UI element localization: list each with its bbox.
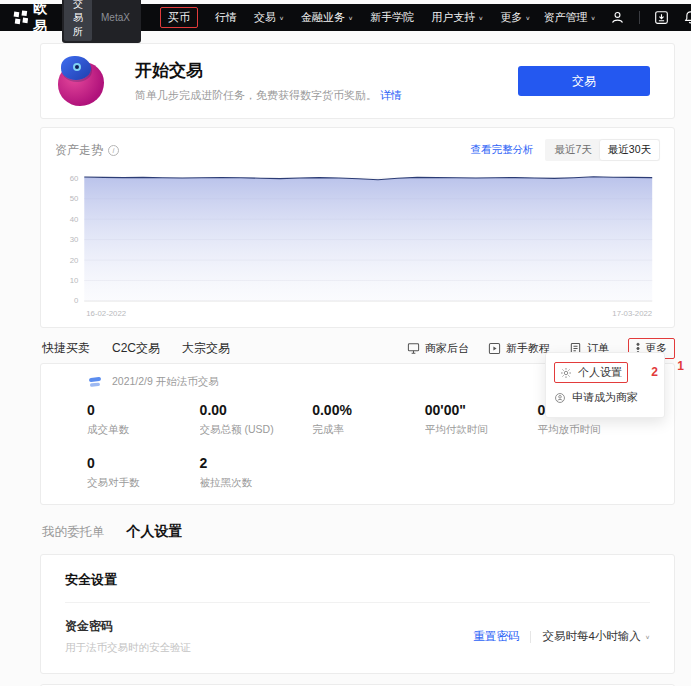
chevron-down-icon: ∨ [645,633,650,639]
notifications-bell-icon[interactable] [683,10,691,25]
fund-password-row: 资金密码 用于法币交易时的安全验证 重置密码 交易时每4小时输入 ∨ [65,618,650,655]
beginner-tutorial-button[interactable]: 新手教程 [488,341,550,356]
nav-item-buy-crypto[interactable]: 买币 [160,7,198,28]
divider [530,631,531,643]
stat-avg-pay-time: 00'00" 平均付款时间 [425,402,538,437]
asset-trend-card: 资产走势 i 查看完整分析 最近7天 最近30天 010203040506016… [40,127,675,328]
password-frequency-select[interactable]: 交易时每4小时输入 ∨ [542,629,650,644]
brand-name: 欧易 [33,0,47,36]
toggle-exchange[interactable]: 交易所 [64,0,92,41]
tutorial-play-icon [488,342,501,355]
chevron-down-icon: ∨ [279,14,284,20]
trade-button[interactable]: 交易 [518,66,650,96]
menu-item-become-merchant[interactable]: 申请成为商家 [554,385,656,410]
chevron-down-icon: ∨ [590,14,595,20]
menu-item-personal-settings[interactable]: 个人设置 2 [554,360,656,385]
okx-logo-icon [13,10,28,25]
full-analysis-link[interactable]: 查看完整分析 [470,143,533,157]
chevron-down-icon: ∨ [348,14,353,20]
asset-trend-controls: 查看完整分析 最近7天 最近30天 [470,139,660,161]
svg-text:0: 0 [74,296,79,305]
detail-link[interactable]: 详情 [380,89,402,101]
asset-trend-title: 资产走势 i [55,142,119,159]
range-30d-button[interactable]: 最近30天 [600,140,659,160]
top-nav: 欧易 交易所 MetaX 买币 行情 交易∨ 金融业务∨ 新手学院 用户支持∨ … [0,4,691,31]
tab-express-buy-sell[interactable]: 快捷买卖 [42,340,90,357]
svg-text:17-03-2022: 17-03-2022 [612,309,652,318]
annotation-2: 2 [651,365,658,379]
stat-counterparties: 0 交易对手数 [87,455,200,490]
nav-divider [639,11,640,24]
svg-text:50: 50 [70,194,79,203]
fund-password-title: 资金密码 [65,618,191,635]
tab-my-orders[interactable]: 我的委托单 [42,524,105,541]
section-tabs: 我的委托单 个人设置 [42,523,675,541]
brand-logo[interactable]: 欧易 [13,0,47,36]
more-dropdown-menu: 个人设置 2 申请成为商家 [545,352,665,418]
svg-text:30: 30 [70,235,79,244]
nav-item-assets[interactable]: 资产管理∨ [543,10,595,25]
stat-completion-rate: 0.00% 完成率 [312,402,425,437]
annotation-1: 1 [677,359,684,373]
svg-text:20: 20 [70,256,79,265]
joined-date-text: 2021/2/9 开始法币交易 [112,375,219,389]
chevron-down-icon: ∨ [525,14,530,20]
asset-trend-header: 资产走势 i 查看完整分析 最近7天 最近30天 [55,139,660,161]
mascot-illustration [55,54,109,108]
nav-item-academy[interactable]: 新手学院 [370,10,414,25]
start-trading-text: 开始交易 简单几步完成进阶任务，免费获得数字货币奖励。 详情 [135,59,492,103]
fund-password-info: 资金密码 用于法币交易时的安全验证 [65,618,191,655]
stat-completed-orders: 0 成交单数 [87,402,200,437]
svg-text:60: 60 [70,174,79,183]
exchange-metax-toggle: 交易所 MetaX [62,0,141,43]
svg-text:10: 10 [70,276,79,285]
gear-icon [560,367,572,379]
range-7d-button[interactable]: 最近7天 [546,140,599,160]
download-app-icon[interactable] [654,10,669,25]
stat-blacklisted-times: 2 被拉黑次数 [200,455,313,490]
toggle-metax[interactable]: MetaX [92,10,139,25]
nav-item-trade[interactable]: 交易∨ [254,10,284,25]
start-trading-title: 开始交易 [135,59,492,82]
merchant-badge-icon [554,392,566,404]
stat-total-volume: 0.00 交易总额 (USD) [200,402,313,437]
reset-password-link[interactable]: 重置密码 [473,629,519,644]
info-icon[interactable]: i [108,145,119,156]
nav-item-markets[interactable]: 行情 [215,10,237,25]
start-trading-card: 开始交易 简单几步完成进阶任务，免费获得数字货币奖励。 详情 交易 [40,43,675,119]
asset-trend-chart: 010203040506016-02-202217-03-2022 [55,161,660,323]
svg-text:16-02-2022: 16-02-2022 [86,309,126,318]
avatar [87,374,103,390]
svg-text:40: 40 [70,215,79,224]
chevron-down-icon: ∨ [478,14,483,20]
tab-block-trade[interactable]: 大宗交易 [182,340,230,357]
nav-menu: 买币 行情 交易∨ 金融业务∨ 新手学院 用户支持∨ 更多∨ [160,7,531,28]
nav-item-support[interactable]: 用户支持∨ [431,10,483,25]
fund-password-desc: 用于法币交易时的安全验证 [65,641,191,655]
nav-item-more[interactable]: 更多∨ [500,10,530,25]
profile-icon[interactable] [610,10,625,25]
tab-c2c-trade[interactable]: C2C交易 [112,340,160,357]
range-toggle: 最近7天 最近30天 [545,139,660,161]
nav-item-finance[interactable]: 金融业务∨ [301,10,353,25]
merchant-console-icon [407,342,420,355]
start-trading-subtitle: 简单几步完成进阶任务，免费获得数字货币奖励。 详情 [135,88,492,103]
tab-personal-settings[interactable]: 个人设置 [127,523,183,541]
nav-right: 资产管理∨ [543,10,691,25]
merchant-console-button[interactable]: 商家后台 [407,341,469,356]
annotation-box-personal-settings: 个人设置 [554,362,628,383]
security-settings-card: 安全设置 资金密码 用于法币交易时的安全验证 重置密码 交易时每4小时输入 ∨ [40,554,675,674]
security-settings-title: 安全设置 [65,571,650,603]
fund-password-actions: 重置密码 交易时每4小时输入 ∨ [473,629,650,644]
